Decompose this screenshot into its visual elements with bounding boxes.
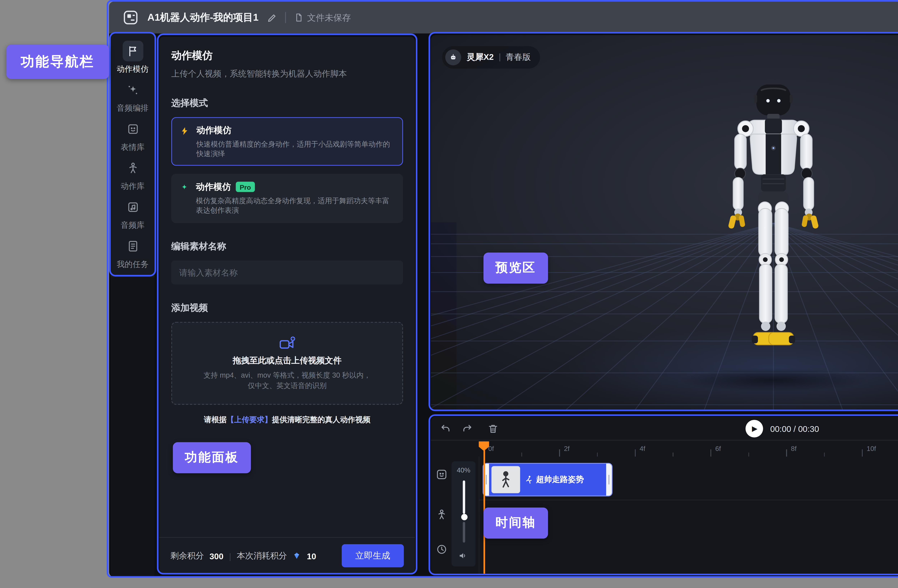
redo-button[interactable] [461, 422, 474, 435]
timeline-toolbar: ▶ 00:00 / 00:30 [431, 417, 898, 440]
rename-icon[interactable] [266, 12, 277, 23]
video-upload-icon [278, 335, 297, 351]
speaker-icon[interactable] [458, 551, 468, 561]
model-badge: 灵犀X2 青春版 [442, 46, 540, 68]
clip-trim-right-handle[interactable] [606, 464, 612, 496]
clip-label: 超帅走路姿势 [520, 464, 584, 496]
add-video-label: 添加视频 [171, 302, 403, 314]
robot-head [754, 85, 793, 119]
volume-slider-handle[interactable] [461, 514, 467, 520]
clip-thumbnail [491, 466, 520, 493]
robot-arm [728, 134, 746, 229]
nav-item-audio-library[interactable]: 音频库 [111, 194, 154, 233]
model-variant: 青春版 [506, 52, 531, 63]
model-avatar-icon [445, 49, 461, 65]
mode-pro-title: 动作模仿 [196, 181, 231, 193]
robot-model[interactable] [688, 80, 859, 374]
generate-button[interactable]: 立即生成 [342, 544, 404, 567]
timeline-panel: ▶ 00:00 / 00:30 [431, 417, 898, 575]
action-library-icon [122, 158, 143, 179]
audio-library-icon [122, 197, 143, 217]
action-track-icon[interactable] [435, 508, 447, 520]
model-name: 灵犀X2 [467, 52, 494, 63]
lightning-icon [180, 126, 189, 136]
upload-hint: 支持 mp4、avi、mov 等格式，视频长度 30 秒以内， 仅中文、英文语音… [203, 370, 371, 391]
cost-label: 本次消耗积分 [237, 550, 287, 561]
annotation-label-panel: 功能面板 [173, 442, 251, 473]
pro-badge: Pro [236, 182, 255, 192]
audio-arrange-icon [122, 80, 143, 100]
volume-panel: 40% [452, 461, 475, 566]
motion-imitation-icon [122, 41, 143, 61]
nav-item-audio-arrange[interactable]: 音频编排 [111, 77, 154, 116]
upload-title: 拖拽至此或点击上传视频文件 [233, 355, 341, 366]
mode-card-pro[interactable]: 动作模仿 Pro 模仿复杂高精度高动态全身动作复现，适用于舞蹈功夫等丰富表达创作… [171, 174, 403, 223]
panel-subtitle: 上传个人视频，系统智能转换为机器人动作脚本 [171, 68, 403, 80]
cost-value: 10 [307, 551, 316, 560]
app-window: A1机器人动作-我的项目1 文件未保存 合成并保存 [109, 2, 898, 577]
nav-item-my-tasks[interactable]: 我的任务 [111, 233, 154, 272]
time-display: 00:00 / 00:30 [770, 424, 819, 433]
video-upload-dropzone[interactable]: 拖拽至此或点击上传视频文件 支持 mp4、avi、mov 等格式，视频长度 30… [171, 322, 403, 405]
file-icon [294, 13, 303, 22]
run-icon [525, 475, 533, 484]
nav-item-motion-imitation[interactable]: 动作模仿 [111, 38, 154, 77]
star-icon [180, 183, 189, 193]
credit-gem-icon [292, 551, 301, 560]
ruler-label: 10f [867, 445, 876, 453]
ruler-label: 8f [791, 445, 797, 453]
timeline-clip[interactable]: 超帅走路姿势 [483, 463, 613, 496]
project-title: A1机器人动作-我的项目1 [147, 11, 258, 24]
screenshot-canvas: A1机器人动作-我的项目1 文件未保存 合成并保存 [0, 0, 898, 588]
undo-button[interactable] [439, 422, 452, 435]
timeline-ruler[interactable]: 0f 2f 4f 6f 8f 10f 12f 14f 16f [431, 440, 898, 457]
mode-standard-desc: 快速模仿普通精度的全身动作，适用于小品戏剧等简单动作的快速演绎 [197, 139, 394, 159]
upload-requirements-link[interactable]: 【上传要求】 [227, 415, 272, 423]
mode-card-standard[interactable]: 动作模仿 快速模仿普通精度的全身动作，适用于小品戏剧等简单动作的快速演绎 [171, 117, 403, 166]
panel-footer: 剩余积分 300 | 本次消耗积分 10 立即生成 [159, 537, 415, 574]
expression-library-icon [122, 119, 143, 139]
annotation-label-nav: 功能导航栏 [6, 45, 109, 79]
function-panel: 动作模仿 上传个人视频，系统智能转换为机器人动作脚本 选择模式 动作模仿 快速模… [159, 37, 415, 574]
upload-note: 请根据【上传要求】提供清晰完整的真人动作视频 [171, 415, 403, 425]
my-tasks-icon [122, 236, 143, 257]
top-bar: A1机器人动作-我的项目1 文件未保存 合成并保存 [109, 2, 898, 34]
preview-viewport[interactable]: 灵犀X2 青春版 [431, 35, 898, 410]
play-icon: ▶ [752, 425, 758, 433]
expression-track-icon[interactable] [435, 468, 447, 480]
delete-clip-button[interactable] [487, 422, 500, 435]
nav-item-expression-library[interactable]: 表情库 [111, 116, 154, 155]
history-icon[interactable] [435, 543, 447, 555]
material-name-label: 编辑素材名称 [171, 240, 403, 252]
annotation-label-preview: 预览区 [483, 252, 548, 284]
topbar-divider [285, 12, 286, 23]
file-status: 文件未保存 [294, 11, 351, 23]
mode-pro-desc: 模仿复杂高精度高动态全身动作复现，适用于舞蹈功夫等丰富表达创作表演 [196, 196, 394, 215]
mode-standard-title: 动作模仿 [197, 124, 232, 136]
ruler-label: 0f [488, 445, 494, 453]
nav-item-action-library[interactable]: 动作库 [111, 155, 154, 194]
panel-title: 动作模仿 [171, 49, 403, 63]
play-button[interactable]: ▶ [746, 420, 763, 437]
mode-section-label: 选择模式 [171, 97, 403, 109]
nav-items: 动作模仿 音频编排 [111, 34, 154, 277]
app-logo-icon [122, 9, 140, 26]
volume-value: 40% [452, 466, 475, 474]
robot-torso [738, 119, 809, 207]
ruler-label: 6f [715, 445, 721, 453]
credits-value: 300 [209, 551, 223, 560]
ruler-label: 4f [640, 445, 645, 453]
robot-leg [752, 202, 778, 345]
credits-label: 剩余积分 [171, 550, 204, 561]
footer-divider: | [229, 551, 231, 560]
playhead[interactable] [483, 442, 485, 574]
material-name-input[interactable] [171, 260, 403, 284]
function-nav-sidebar: 动作模仿 音频编排 [111, 34, 154, 577]
ruler-label: 2f [564, 445, 569, 453]
annotation-label-timeline: 时间轴 [483, 508, 548, 539]
